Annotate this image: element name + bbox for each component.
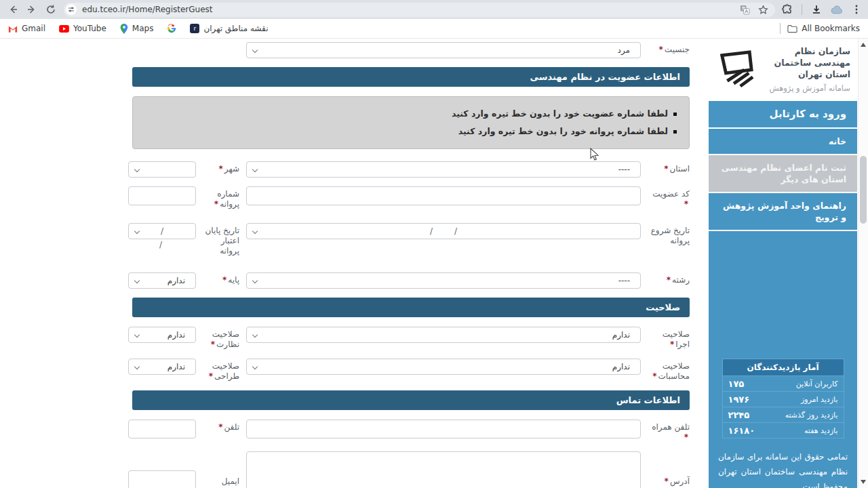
chevron-down-icon xyxy=(134,228,140,234)
back-button[interactable] xyxy=(7,3,19,16)
chevron-down-icon xyxy=(134,278,140,283)
gender-select[interactable]: مرد xyxy=(246,42,641,58)
tceo-logo-icon xyxy=(715,50,755,88)
address-label: آدرس* xyxy=(645,474,690,487)
stats-row-week-visits: بازدید هفته ۱۶۱۸۰ xyxy=(723,422,844,438)
back-icon xyxy=(7,4,18,15)
bookmark-youtube[interactable]: YouTube xyxy=(59,24,106,33)
register-guest-form: جنسیت* مرد اطلاعات عضویت در نظام مهندسی … xyxy=(132,42,690,488)
browser-menu-icon[interactable] xyxy=(852,4,861,15)
mobile-label: تلفن همراه * xyxy=(645,420,690,443)
bookmark-tehran-map[interactable]: r نقشه مناطق تهران xyxy=(190,24,268,33)
supervision-qualification-label: صلاحیت نظارت* xyxy=(200,327,239,350)
sidebar-item-register-other-provinces[interactable]: ثبت نام اعضای نظام مهندسی استان های دیگر xyxy=(709,155,857,193)
chevron-down-icon xyxy=(252,332,258,338)
bookmark-gmail[interactable]: Gmail xyxy=(8,24,45,33)
all-bookmarks-button[interactable]: All Bookmarks xyxy=(787,24,860,33)
visitor-stats-table: آمار بازدیدکنندگان کاربران آنلاین ۱۷۵ با… xyxy=(722,359,844,439)
province-select[interactable]: ---- xyxy=(246,161,641,178)
scrollbar-up-button[interactable] xyxy=(861,43,866,47)
execution-select-value: ندارم xyxy=(612,330,630,340)
license-end-label: تاریخ پایان اعتبار پروانه xyxy=(200,223,239,256)
site-info-button[interactable] xyxy=(66,4,77,15)
chevron-down-icon xyxy=(134,167,140,172)
major-select[interactable]: ---- xyxy=(246,272,641,289)
email-label: ایمیل xyxy=(200,474,239,487)
sidebar: سازمان نظام مهندسی ساختمان استان تهران س… xyxy=(709,39,857,488)
bookmarks-divider xyxy=(780,23,781,34)
stats-value: ۱۷۵ xyxy=(728,379,745,389)
forward-icon xyxy=(26,4,37,15)
supervision-select-value: ندارم xyxy=(167,330,185,340)
address-bar[interactable]: edu.tceo.ir/Home/RegisterGuest xyxy=(64,3,775,17)
scrollbar-down-button[interactable] xyxy=(861,480,866,484)
gmail-icon xyxy=(8,25,18,33)
execution-qualification-select[interactable]: ندارم xyxy=(246,327,641,343)
browser-window: edu.tceo.ir/Home/RegisterGuest Gmail You… xyxy=(0,0,868,488)
calculation-select-value: ندارم xyxy=(612,362,630,371)
gender-label: جنسیت* xyxy=(645,42,690,55)
license-number-label: شماره پروانه* xyxy=(200,186,239,209)
extensions-icon[interactable] xyxy=(782,4,793,15)
bookmarks-bar: Gmail YouTube Maps r نقشه مناطق تهران Al… xyxy=(0,19,868,39)
stats-value: ۱۶۱۸۰ xyxy=(728,426,755,436)
translate-icon[interactable] xyxy=(740,5,750,15)
chevron-down-icon xyxy=(252,364,258,369)
page-scrollbar[interactable] xyxy=(858,39,868,488)
org-subtitle: سامانه آموزش و پژوهش xyxy=(760,83,850,93)
scrollbar-thumb[interactable] xyxy=(860,156,867,224)
calculation-qualification-select[interactable]: ندارم xyxy=(246,359,641,375)
phone-input[interactable] xyxy=(128,420,196,439)
page-content: جنسیت* مرد اطلاعات عضویت در نظام مهندسی … xyxy=(0,39,868,488)
major-label: رشته* xyxy=(645,272,690,285)
site-settings-icon xyxy=(68,6,75,13)
bookmark-google[interactable] xyxy=(167,24,176,33)
org-title: سازمان نظام مهندسی ساختمان استان تهران xyxy=(760,45,850,80)
sidebar-item-home[interactable]: خانه xyxy=(709,129,857,155)
stats-row-online-users: کاربران آنلاین ۱۷۵ xyxy=(723,375,844,391)
mobile-input[interactable] xyxy=(246,420,641,439)
chevron-down-icon xyxy=(252,228,258,234)
all-bookmarks-label: All Bookmarks xyxy=(802,24,860,33)
stats-value: ۲۲۴۵ xyxy=(728,410,750,420)
bookmark-star-icon[interactable] xyxy=(758,5,768,15)
bookmark-label: Gmail xyxy=(22,24,45,33)
execution-qualification-label: صلاحیت اجرا* xyxy=(645,327,690,350)
license-end-date-select[interactable]: / xyxy=(128,223,196,239)
membership-code-label: کد عضویت * xyxy=(645,186,690,209)
stats-label: بازدید هفته xyxy=(804,426,838,435)
bookmark-maps[interactable]: Maps xyxy=(120,24,154,34)
date-separator: / xyxy=(159,240,162,249)
supervision-qualification-select[interactable]: ندارم xyxy=(128,327,196,343)
membership-code-input[interactable] xyxy=(246,186,641,205)
google-g-icon xyxy=(167,24,176,33)
license-number-input[interactable] xyxy=(128,186,196,205)
license-start-label: تاریخ شروع پروانه xyxy=(645,223,690,246)
folder-icon xyxy=(787,24,797,33)
calculation-qualification-label: صلاحیت محاسبات* xyxy=(645,359,690,382)
forward-button[interactable] xyxy=(26,3,38,16)
url-text[interactable]: edu.tceo.ir/Home/RegisterGuest xyxy=(82,5,734,14)
grade-select[interactable]: ندارم xyxy=(128,272,196,289)
note-item: لطفا شماره عضویت خود را بدون خط تیره وار… xyxy=(145,105,677,123)
address-textarea[interactable] xyxy=(246,451,641,488)
grade-select-value: ندارم xyxy=(167,276,185,285)
profile-icon[interactable] xyxy=(831,5,843,14)
license-start-date-select[interactable]: // xyxy=(246,223,641,239)
sidebar-item-research-unit-guide[interactable]: راهنمای واحد آموزش پژوهش و ترویج xyxy=(709,193,857,231)
design-qualification-select[interactable]: ندارم xyxy=(128,359,196,375)
date-separator: / xyxy=(161,226,163,236)
reload-button[interactable] xyxy=(45,3,57,16)
province-label: استان* xyxy=(645,161,690,174)
download-icon[interactable] xyxy=(811,4,822,15)
city-label: شهر* xyxy=(200,161,239,174)
stats-label: کاربران آنلاین xyxy=(796,380,838,388)
city-select[interactable] xyxy=(128,161,196,178)
sidebar-item-login-cartable[interactable]: ورود به کارتابل xyxy=(709,101,857,129)
email-input[interactable] xyxy=(128,470,196,488)
major-select-value: ---- xyxy=(618,276,630,285)
bullet-icon xyxy=(673,113,677,116)
chevron-down-icon xyxy=(252,167,258,172)
membership-section-header: اطلاعات عضویت در نظام مهندسی xyxy=(132,67,690,87)
visitor-stats-title: آمار بازدیدکنندگان xyxy=(723,359,844,375)
